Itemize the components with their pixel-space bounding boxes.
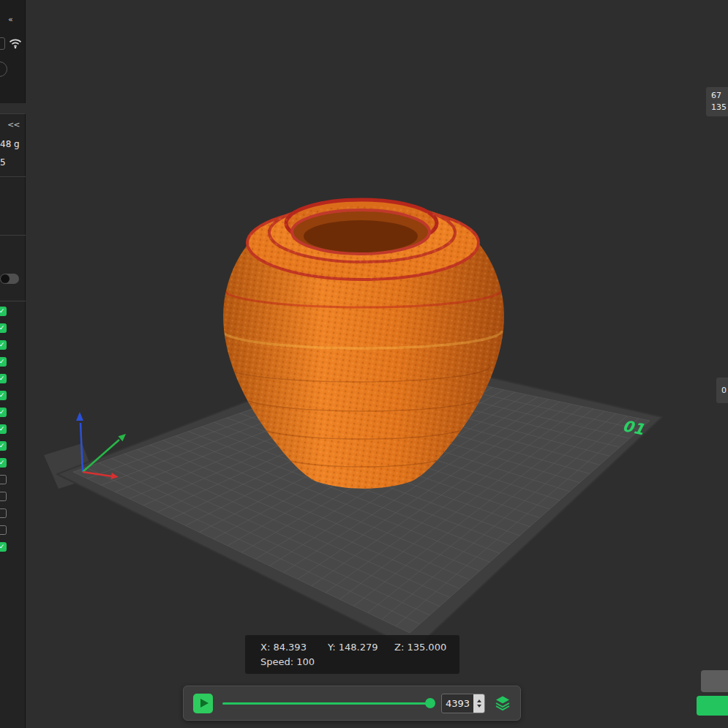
spinner-up-icon[interactable] [477,699,481,702]
toolbar-field-fragment[interactable] [0,37,5,50]
panel-divider [0,301,26,301]
wifi-icon [8,36,23,50]
layers-view-button[interactable] [495,695,511,711]
viewport-3d[interactable]: 01 [0,0,728,728]
playback-control-bar [183,686,521,721]
print-stat-text: 5 [0,157,6,168]
spinner-down-icon[interactable] [477,705,481,708]
feature-checkbox[interactable]: ✓ [0,424,7,434]
x-coordinate: X: 84.393 [260,642,328,653]
feature-checkbox[interactable]: ✓ [0,340,7,350]
filament-weight-text: 48 g [0,139,20,149]
feature-checkbox[interactable] [0,492,7,501]
step-spinner[interactable] [473,694,484,713]
z-coordinate: Z: 135.000 [394,642,446,653]
feature-checkbox[interactable]: ✓ [0,374,7,383]
collapse-preview-button[interactable]: << [7,120,19,130]
legend-toggle[interactable] [0,274,19,284]
step-number-input[interactable] [442,694,473,713]
gcode-step-slider[interactable] [222,698,432,708]
feature-type-list: ✓✓✓✓✓✓✓✓✓✓✓ [0,307,26,559]
y-coordinate: Y: 148.279 [328,642,394,653]
z-axis-arrow [76,412,83,421]
panel-divider [0,235,26,236]
search-field-fragment[interactable] [0,61,7,77]
collapse-panel-button[interactable]: « [8,15,12,24]
speed-value: Speed: 100 [260,656,315,667]
feature-checkbox[interactable]: ✓ [0,408,7,417]
edge-secondary-button[interactable] [701,670,728,692]
sidebar-preview-panel-edge: << 48 g 5 ✓✓✓✓✓✓✓✓✓✓✓ [0,113,26,728]
panel-divider [0,176,26,177]
feature-checkbox[interactable]: ✓ [0,542,7,552]
gcode-position-overlay: X: 84.393 Y: 148.279 Z: 135.000 Speed: 1… [245,635,459,674]
slider-track [222,702,432,705]
toggle-knob [1,274,10,283]
layer-range-total-value: 135 [711,102,727,113]
feature-checkbox[interactable]: ✓ [0,357,7,367]
edge-primary-button[interactable] [697,696,728,716]
play-button[interactable] [193,694,213,713]
play-icon [200,699,209,708]
feature-checkbox[interactable]: ✓ [0,391,7,400]
sidebar-device-panel-edge: « [0,0,26,103]
layer-range-top-value: 67 [711,90,727,102]
feature-checkbox[interactable]: ✓ [0,323,7,333]
step-number-input-group [441,694,485,713]
layer-slider-value-badge: 0 [716,378,728,403]
layer-range-badge: 67 135 [706,87,728,116]
slider-handle[interactable] [425,698,435,708]
feature-checkbox[interactable]: ✓ [0,441,7,451]
feature-checkbox[interactable] [0,509,7,518]
layers-icon [496,697,509,704]
vase-opening-depth [304,220,418,252]
layer-slider-value: 0 [721,385,727,397]
feature-checkbox[interactable]: ✓ [0,307,7,316]
feature-checkbox[interactable]: ✓ [0,458,7,468]
feature-checkbox[interactable] [0,525,7,535]
feature-checkbox[interactable] [0,475,7,484]
